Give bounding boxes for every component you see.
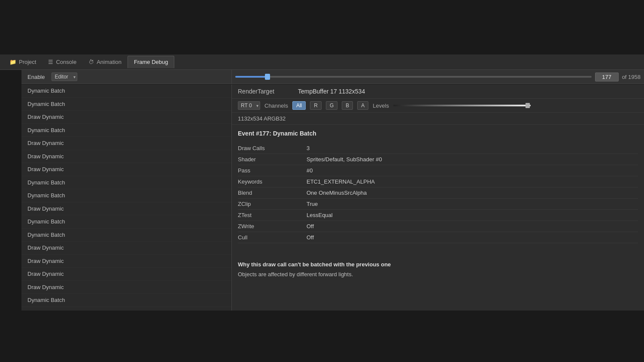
- list-item[interactable]: Draw Dynamic: [21, 241, 231, 255]
- tab-console-label: Console: [56, 59, 76, 65]
- detail-row: ZWriteOff: [238, 221, 638, 232]
- resolution-text: 1132x534 ARGB32: [238, 115, 286, 122]
- list-item[interactable]: Draw Dynamic: [21, 111, 231, 124]
- list-item[interactable]: Dynamic Batch: [21, 307, 231, 311]
- tab-frame-debug[interactable]: Frame Debug: [128, 56, 174, 68]
- detail-key: Blend: [238, 190, 307, 196]
- levels-slider-thumb: [526, 103, 530, 108]
- list-item[interactable]: Draw Dynamic: [21, 202, 231, 216]
- list-item[interactable]: Dynamic Batch: [21, 84, 231, 98]
- detail-value: Sprites/Default, SubShader #0: [307, 156, 382, 163]
- list-item[interactable]: Draw Dynamic: [21, 268, 231, 281]
- list-item[interactable]: Dynamic Batch: [21, 294, 231, 307]
- list-item[interactable]: Draw Dynamic: [21, 255, 231, 268]
- console-icon: ☰: [48, 59, 53, 65]
- list-item[interactable]: Dynamic Batch: [21, 229, 231, 242]
- detail-value: Off: [307, 234, 314, 241]
- channels-label: Channels: [264, 103, 288, 109]
- detail-row: KeywordsETC1_EXTERNAL_ALPHA: [238, 176, 638, 187]
- channel-btn-all[interactable]: All: [292, 101, 306, 110]
- channel-btn-g[interactable]: G: [326, 101, 337, 110]
- right-toolbar: 177 of 1958: [232, 70, 644, 84]
- detail-key: Draw Calls: [238, 145, 307, 151]
- frame-slider-thumb[interactable]: [265, 74, 270, 80]
- tabs-row: 📁 Project ☰ Console ⏱ Animation Frame De…: [0, 54, 644, 70]
- detail-value: ETC1_EXTERNAL_ALPHA: [307, 178, 375, 185]
- detail-row: CullOff: [238, 232, 638, 243]
- event-title: Event #177: Dynamic Batch: [238, 130, 638, 137]
- batch-info-desc: Objects are affected by different forwar…: [238, 271, 638, 278]
- tab-animation-label: Animation: [97, 59, 122, 65]
- list-item[interactable]: Draw Dynamic: [21, 150, 231, 163]
- detail-key: Shader: [238, 156, 307, 163]
- detail-row: Pass#0: [238, 165, 638, 176]
- detail-row: BlendOne OneMinusSrcAlpha: [238, 187, 638, 199]
- detail-row: Draw Calls3: [238, 143, 638, 154]
- channel-btn-b[interactable]: B: [342, 101, 353, 110]
- list-item[interactable]: Draw Dynamic: [21, 281, 231, 294]
- editor-select-wrap: Editor: [52, 72, 77, 81]
- project-icon: 📁: [9, 59, 16, 65]
- rt-select[interactable]: RT 0: [238, 101, 260, 110]
- rt-select-wrap: RT 0: [238, 101, 260, 110]
- levels-slider[interactable]: [393, 105, 531, 106]
- detail-value: True: [307, 201, 318, 207]
- left-toolbar: Enable Editor: [21, 70, 232, 84]
- event-details: Event #177: Dynamic Batch Draw Calls3Sha…: [232, 125, 644, 248]
- detail-row: ZClipTrue: [238, 199, 638, 210]
- render-target-row: RenderTarget TempBuffer 17 1132x534: [232, 84, 644, 99]
- list-container[interactable]: Dynamic BatchDynamic BatchDraw DynamicDy…: [21, 84, 231, 311]
- tab-console[interactable]: ☰ Console: [42, 56, 82, 68]
- detail-key: ZClip: [238, 201, 307, 207]
- render-target-value: TempBuffer 17 1132x534: [298, 88, 365, 95]
- detail-value: Off: [307, 223, 314, 229]
- frame-slider[interactable]: [235, 76, 592, 78]
- list-item[interactable]: Dynamic Batch: [21, 98, 231, 111]
- detail-value: #0: [307, 167, 313, 174]
- frame-number-input[interactable]: 177: [595, 72, 619, 81]
- channel-btn-r[interactable]: R: [310, 101, 322, 110]
- frame-total-label: of 1958: [622, 74, 641, 80]
- list-item[interactable]: Dynamic Batch: [21, 215, 231, 229]
- channel-btn-a[interactable]: A: [357, 101, 368, 110]
- main-area: Dynamic BatchDynamic BatchDraw DynamicDy…: [21, 84, 644, 311]
- batch-info: Why this draw call can't be batched with…: [232, 256, 644, 283]
- enable-label: Enable: [24, 73, 48, 81]
- list-item[interactable]: Dynamic Batch: [21, 189, 231, 202]
- top-bar: [0, 0, 644, 55]
- list-item[interactable]: Dynamic Batch: [21, 124, 231, 137]
- channels-row: RT 0 Channels All R G B A Levels: [232, 99, 644, 113]
- detail-value: 3: [307, 145, 310, 151]
- detail-key: Cull: [238, 234, 307, 241]
- detail-row: ZTestLessEqual: [238, 210, 638, 221]
- detail-value: One OneMinusSrcAlpha: [307, 190, 367, 196]
- animation-icon: ⏱: [88, 59, 94, 65]
- right-panel: RenderTarget TempBuffer 17 1132x534 RT 0…: [232, 84, 644, 311]
- tab-project[interactable]: 📁 Project: [3, 56, 42, 68]
- batch-info-title: Why this draw call can't be batched with…: [238, 261, 638, 268]
- list-item[interactable]: Draw Dynamic: [21, 137, 231, 150]
- levels-label: Levels: [373, 103, 389, 109]
- tab-animation[interactable]: ⏱ Animation: [82, 56, 128, 68]
- tab-frame-debug-label: Frame Debug: [134, 59, 168, 65]
- main-toolbar: Enable Editor 177 of 1958: [21, 70, 644, 84]
- detail-key: Pass: [238, 167, 307, 174]
- frame-slider-track: [235, 76, 267, 78]
- list-item[interactable]: Draw Dynamic: [21, 163, 231, 176]
- tab-project-label: Project: [19, 59, 36, 65]
- editor-select[interactable]: Editor: [52, 72, 77, 81]
- render-target-label: RenderTarget: [238, 88, 289, 95]
- left-panel: Dynamic BatchDynamic BatchDraw DynamicDy…: [21, 84, 232, 311]
- detail-key: ZWrite: [238, 223, 307, 229]
- resolution-row: 1132x534 ARGB32: [232, 113, 644, 125]
- detail-key: ZTest: [238, 212, 307, 218]
- detail-value: LessEqual: [307, 212, 333, 218]
- detail-row: ShaderSprites/Default, SubShader #0: [238, 154, 638, 165]
- detail-rows: Draw Calls3ShaderSprites/Default, SubSha…: [238, 143, 638, 243]
- detail-key: Keywords: [238, 178, 307, 185]
- list-item[interactable]: Dynamic Batch: [21, 176, 231, 190]
